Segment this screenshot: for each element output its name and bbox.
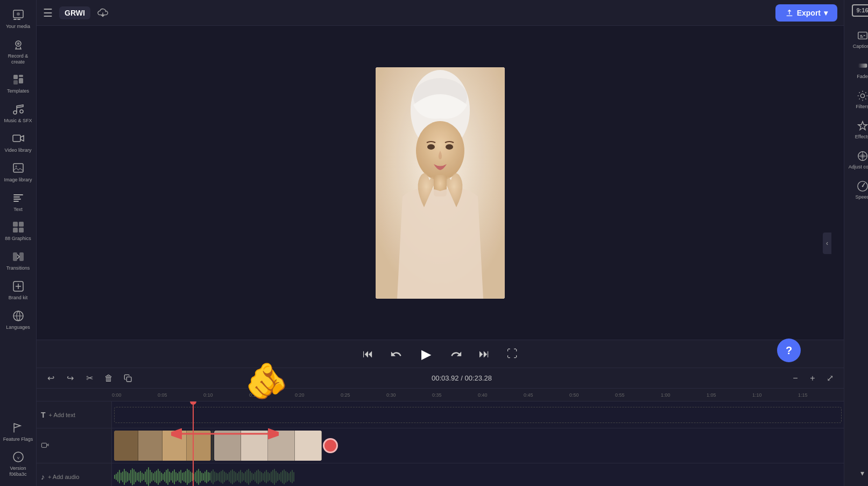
audio-track-content[interactable] xyxy=(112,463,844,486)
duplicate-icon xyxy=(124,374,132,383)
sidebar-item-graphics[interactable]: 88 Graphics xyxy=(0,216,36,246)
aspect-ratio-label: 9:16 xyxy=(856,7,868,13)
playhead[interactable] xyxy=(193,402,194,486)
right-sidebar-item-captions[interactable]: Captions xyxy=(844,25,868,53)
video-track-content[interactable] xyxy=(112,428,844,463)
zoom-out-button[interactable]: − xyxy=(788,371,803,386)
audio-track-label: ♪ + Add audio xyxy=(37,463,112,486)
fit-button[interactable]: ⤢ xyxy=(822,371,837,386)
sidebar-item-templates[interactable]: Templates xyxy=(0,69,36,98)
playback-controls: ⏮ ▶ ⏭ ⛶ xyxy=(37,340,844,368)
topbar: ☰ GRWI Export ▾ xyxy=(37,0,844,26)
sidebar-item-transitions[interactable]: Transitions xyxy=(0,246,36,276)
svg-point-11 xyxy=(20,110,23,113)
ruler-marks-container: 0:00 0:05 0:10 0:15 0:20 0:25 0:30 0:35 … xyxy=(112,392,844,398)
aspect-ratio-badge: 9:16 xyxy=(852,4,868,17)
right-sidebar-item-filters[interactable]: Filters xyxy=(844,86,868,114)
export-button[interactable]: Export ▾ xyxy=(775,4,837,22)
duplicate-button[interactable] xyxy=(121,371,136,386)
forward-5s-button[interactable] xyxy=(448,346,465,363)
rewind-icon xyxy=(390,348,402,360)
sidebar-item-feature-flags[interactable]: Feature Flags xyxy=(1,417,36,447)
delete-button[interactable]: 🗑 xyxy=(101,371,116,386)
hamburger-button[interactable]: ☰ xyxy=(43,6,53,19)
sidebar-item-your-media[interactable]: Your media xyxy=(0,4,36,34)
cut-button[interactable]: ✂ xyxy=(82,371,97,386)
skip-end-button[interactable]: ⏭ xyxy=(476,346,493,363)
captions-label: Captions xyxy=(853,44,868,49)
ruler-mark-2: 0:10 xyxy=(203,392,249,398)
right-sidebar-bottom: ▾ xyxy=(860,469,864,482)
skip-start-button[interactable]: ⏮ xyxy=(359,346,377,363)
image-library-icon xyxy=(12,162,25,175)
clip-gap xyxy=(211,431,214,461)
sidebar-item-record[interactable]: Record &create xyxy=(0,34,36,69)
timeline-ruler: 0:00 0:05 0:10 0:15 0:20 0:25 0:30 0:35 … xyxy=(37,389,844,402)
sidebar-item-languages[interactable]: Languages xyxy=(0,305,36,335)
rewind-5s-button[interactable] xyxy=(387,346,405,363)
sidebar-item-text-label: Text xyxy=(13,207,23,213)
audio-track-add-label[interactable]: + Add audio xyxy=(48,474,79,480)
ruler-mark-10: 0:50 xyxy=(569,392,615,398)
project-title[interactable]: GRWI xyxy=(59,6,90,19)
cloud-icon xyxy=(97,7,109,19)
filters-icon xyxy=(857,90,869,102)
help-button[interactable]: ? xyxy=(777,339,801,362)
text-track-content[interactable] xyxy=(112,402,844,428)
video-library-icon xyxy=(12,132,25,145)
ruler-mark-1: 0:05 xyxy=(158,392,203,398)
right-sidebar-item-adjust-colors[interactable]: Adjust colors xyxy=(844,146,868,174)
right-sidebar-collapse-btn[interactable]: ▾ xyxy=(860,469,864,477)
ruler-mark-9: 0:45 xyxy=(524,392,569,398)
ruler-mark-15: 1:15 xyxy=(798,392,844,398)
sidebar-item-image-library[interactable]: Image library xyxy=(0,158,36,187)
text-track-add-label[interactable]: + Add text xyxy=(49,412,75,418)
end-marker-circle xyxy=(323,438,338,453)
sidebar-item-music[interactable]: Music & SFX xyxy=(0,98,36,128)
svg-rect-34 xyxy=(126,377,131,382)
sidebar-item-templates-label: Templates xyxy=(7,88,29,94)
timeline-tracks: T + Add text xyxy=(37,402,844,486)
svg-rect-7 xyxy=(19,75,23,77)
languages-icon xyxy=(12,309,25,322)
captions-icon xyxy=(857,30,869,41)
effects-label: Effects xyxy=(855,134,868,139)
adjust-colors-label: Adjust colors xyxy=(849,164,868,170)
svg-rect-2 xyxy=(13,19,17,20)
redo-button[interactable]: ↪ xyxy=(62,371,77,386)
right-sidebar-item-speed[interactable]: Speed xyxy=(844,176,868,204)
right-sidebar-item-effects[interactable]: Effects xyxy=(844,116,868,144)
sidebar-item-text[interactable]: Text xyxy=(0,187,36,217)
ruler-mark-13: 1:05 xyxy=(707,392,752,398)
collapse-panel-button[interactable]: ‹ xyxy=(823,233,831,254)
play-button[interactable]: ▶ xyxy=(415,343,437,365)
ruler-mark-7: 0:35 xyxy=(432,392,478,398)
svg-rect-38 xyxy=(41,443,46,447)
svg-rect-6 xyxy=(13,75,18,79)
undo-button[interactable]: ↩ xyxy=(43,371,58,386)
video-clip-2[interactable] xyxy=(214,431,322,461)
cloud-save-button[interactable] xyxy=(97,7,109,19)
sidebar-item-video-library[interactable]: Video library xyxy=(0,128,36,158)
zoom-in-button[interactable]: + xyxy=(805,371,820,386)
adjust-colors-icon xyxy=(857,150,869,162)
help-label: ? xyxy=(786,344,792,357)
svg-text:v: v xyxy=(17,455,19,460)
sidebar-item-your-media-label: Your media xyxy=(6,24,30,30)
ruler-mark-4: 0:20 xyxy=(295,392,341,398)
right-sidebar-item-fade[interactable]: Fade xyxy=(844,55,868,83)
svg-rect-3 xyxy=(17,19,20,20)
frame-1-2 xyxy=(138,431,163,461)
frame-2-3 xyxy=(268,431,295,461)
svg-rect-39 xyxy=(858,32,867,39)
svg-point-10 xyxy=(13,111,17,114)
ruler-mark-11: 0:55 xyxy=(615,392,661,398)
timeline-section: ↩ ↪ ✂ 🗑 00:03.92 / 00:23.28 − + ⤢ xyxy=(37,368,844,486)
svg-rect-9 xyxy=(13,80,18,84)
frame-2-2 xyxy=(241,431,268,461)
sidebar-item-brand-kit[interactable]: Brand kit xyxy=(0,276,36,305)
sidebar-item-version[interactable]: v Versionf06ba3c xyxy=(1,446,36,482)
fullscreen-button[interactable]: ⛶ xyxy=(504,346,521,363)
video-clip-1[interactable] xyxy=(114,431,211,461)
svg-rect-13 xyxy=(13,164,23,172)
